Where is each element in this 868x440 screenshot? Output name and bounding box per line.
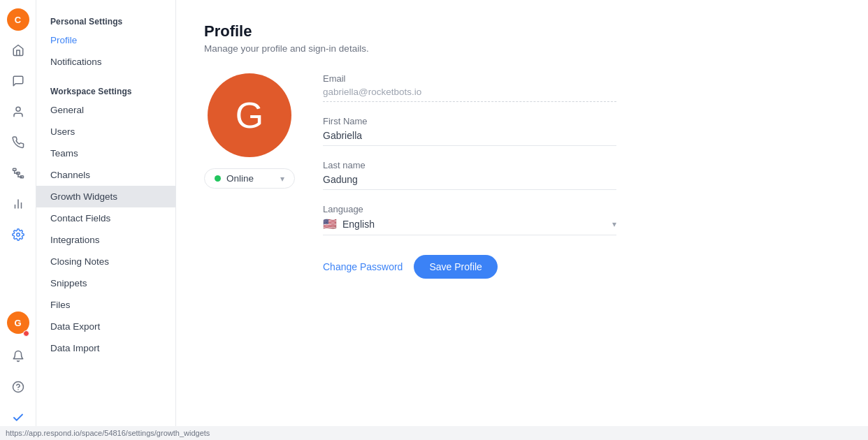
language-select[interactable]: 🇺🇸 English ▾: [323, 217, 616, 235]
sidebar-item-teams[interactable]: Teams: [36, 142, 175, 164]
sidebar-icon-help[interactable]: [4, 373, 32, 401]
status-label: Online: [226, 173, 254, 184]
form-section: Email gabriella@rocketbots.io First Name…: [323, 73, 616, 279]
sidebar-icon-contacts[interactable]: [4, 98, 32, 126]
sidebar-item-snippets[interactable]: Snippets: [36, 272, 175, 294]
status-dropdown[interactable]: Online ▾: [204, 168, 295, 189]
sidebar-item-closing-notes[interactable]: Closing Notes: [36, 251, 175, 272]
avatar-section: G Online ▾: [204, 73, 295, 189]
language-flag: 🇺🇸: [323, 217, 337, 230]
last-name-input[interactable]: [323, 174, 616, 190]
sidebar-item-data-import[interactable]: Data Import: [36, 337, 175, 359]
sidebar-icon-home[interactable]: [4, 36, 32, 64]
notification-dot: [23, 330, 29, 337]
nav-sidebar: Personal Settings Profile Notifications …: [36, 0, 176, 440]
svg-point-0: [16, 107, 20, 111]
save-profile-button[interactable]: Save Profile: [414, 255, 497, 279]
status-dot: [215, 175, 221, 182]
sidebar-item-data-export[interactable]: Data Export: [36, 316, 175, 337]
svg-point-11: [16, 233, 20, 237]
first-name-input[interactable]: [323, 130, 616, 146]
sidebar-icon-broadcast[interactable]: [4, 129, 32, 156]
email-label: Email: [323, 73, 616, 84]
profile-avatar[interactable]: G: [208, 73, 291, 157]
sidebar-icon-hierarchy[interactable]: [4, 159, 32, 187]
last-name-group: Last name: [323, 160, 616, 190]
sidebar-item-general[interactable]: General: [36, 99, 175, 121]
icon-sidebar-bottom: G: [4, 311, 32, 432]
icon-sidebar: C G: [0, 0, 36, 440]
status-chevron-icon: ▾: [280, 174, 284, 184]
sidebar-item-files[interactable]: Files: [36, 294, 175, 316]
sidebar-item-channels[interactable]: Channels: [36, 164, 175, 186]
last-name-label: Last name: [323, 160, 616, 170]
sidebar-icon-chat[interactable]: [4, 67, 32, 95]
sidebar-item-users[interactable]: Users: [36, 121, 175, 142]
personal-settings-label: Personal Settings: [36, 11, 175, 29]
change-password-button[interactable]: Change Password: [323, 256, 403, 278]
main-content: Profile Manage your profile and sign-in …: [176, 0, 868, 440]
profile-area: G Online ▾ Email gabriella@rocketbots.io…: [204, 73, 840, 279]
first-name-group: First Name: [323, 116, 616, 146]
first-name-label: First Name: [323, 116, 616, 126]
page-subtitle: Manage your profile and sign-in details.: [204, 43, 840, 54]
sidebar-item-notifications[interactable]: Notifications: [36, 51, 175, 73]
workspace-settings-label: Workspace Settings: [36, 81, 175, 99]
email-value: gabriella@rocketbots.io: [323, 87, 616, 102]
sidebar-icon-reports[interactable]: [4, 190, 32, 218]
email-group: Email gabriella@rocketbots.io: [323, 73, 616, 102]
page-title: Profile: [204, 22, 840, 41]
status-bar: https://app.respond.io/space/54816/setti…: [0, 426, 868, 440]
sidebar-icon-bell[interactable]: [4, 342, 32, 370]
language-text: English: [342, 219, 375, 230]
sidebar-icon-settings[interactable]: [4, 221, 32, 249]
workspace-avatar[interactable]: C: [7, 8, 29, 31]
sidebar-item-integrations[interactable]: Integrations: [36, 229, 175, 251]
language-chevron-icon: ▾: [612, 219, 616, 229]
language-value-area: 🇺🇸 English: [323, 217, 375, 230]
sidebar-item-growth-widgets[interactable]: Growth Widgets: [36, 186, 175, 207]
language-label: Language: [323, 204, 616, 214]
sidebar-item-profile[interactable]: Profile: [36, 29, 175, 51]
sidebar-item-contact-fields[interactable]: Contact Fields: [36, 207, 175, 229]
form-actions: Change Password Save Profile: [323, 255, 616, 279]
status-bar-url: https://app.respond.io/space/54816/setti…: [6, 429, 210, 437]
language-group: Language 🇺🇸 English ▾: [323, 204, 616, 235]
